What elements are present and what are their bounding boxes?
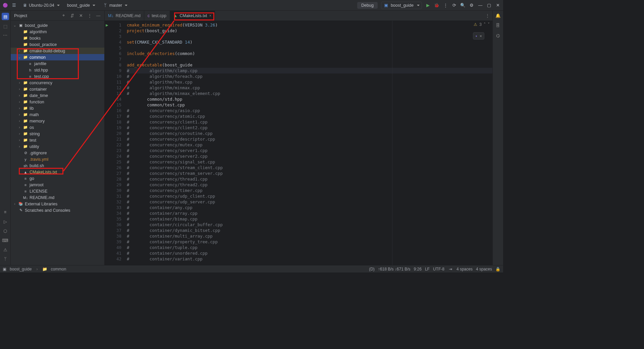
ai-float-box[interactable]: ✦ ✕ [473, 32, 484, 40]
indent-2[interactable]: 4 spaces [476, 267, 492, 271]
code-line-25[interactable]: # concurrency/signal_set.cpp [127, 159, 492, 165]
code-line-2[interactable]: project(boost_guide) [127, 28, 492, 34]
tab-cmakelists-txt[interactable]: ▲CMakeLists.txt× [170, 11, 215, 20]
run-gutter[interactable]: ▶ [105, 21, 109, 265]
code-line-37[interactable]: # container/dynamic_bitset.cpp [127, 228, 492, 233]
code-line-33[interactable]: # container/any.cpp [127, 205, 492, 210]
tab-close-icon[interactable]: × [209, 13, 211, 18]
tree-item-test-cpp[interactable]: ≡test.cpp [11, 73, 104, 80]
tree-item-external-libraries[interactable]: ›📚External Libraries [11, 201, 104, 207]
tree-item-memory[interactable]: ›📁memory [11, 118, 104, 124]
tree-item-lib[interactable]: ›📁lib [11, 105, 104, 111]
tree-arrow-icon[interactable]: › [17, 106, 21, 110]
code-line-10[interactable]: # algorithm/foreach.cpp [127, 73, 492, 79]
vcs-branch[interactable]: ᛘ master [101, 2, 129, 9]
code-line-19[interactable]: # concurrency/client2.cpp [127, 125, 492, 131]
lock-icon[interactable]: 🔒 [495, 267, 500, 271]
tree-arrow-icon[interactable]: › [13, 202, 17, 206]
database-icon[interactable]: 🗄 [495, 23, 501, 28]
tree-item-jamfile[interactable]: ≡jamfile [11, 60, 104, 67]
tree-item-std-hpp[interactable]: hstd.hpp [11, 67, 104, 73]
minimize-icon[interactable]: — [478, 3, 483, 8]
float-close-icon[interactable]: ✕ [480, 34, 482, 38]
caret-pos[interactable]: 9:26 [414, 267, 422, 271]
status-indent-icon[interactable]: ⇥ [448, 266, 453, 272]
code-line-7[interactable] [127, 56, 492, 62]
problems-icon[interactable]: ⚠ [3, 247, 8, 252]
code-line-1[interactable]: cmake_minimum_required(VERSION 3.26) [127, 22, 492, 28]
tree-item-concurrency[interactable]: ›📁concurrency [11, 80, 104, 86]
tree-arrow-icon[interactable]: › [17, 132, 21, 136]
tab-test-cpp[interactable]: ctest.cpp [144, 11, 170, 20]
code-line-14[interactable]: common/std.hpp [127, 96, 492, 102]
code-line-22[interactable]: # concurrency/mutex.cpp [127, 142, 492, 148]
tree-item-cmakelists-txt[interactable]: ▲CMakeLists.txt [11, 169, 104, 175]
code-line-29[interactable]: # concurrency/thread2.cpp [127, 182, 492, 188]
project-selector[interactable]: boost_guide [65, 2, 97, 8]
tree-item-function[interactable]: ›📁function [11, 99, 104, 105]
terminal-icon[interactable]: ⌨ [3, 238, 8, 243]
editor-body[interactable]: ▶ 12345678910111213141516171819202122232… [105, 21, 492, 265]
git-icon[interactable]: ᛘ [3, 256, 8, 262]
ai-icon[interactable]: ⌬ [495, 33, 501, 38]
tree-item-os[interactable]: ›📁os [11, 124, 104, 131]
tree-item-algorithm[interactable]: 📁algorithm [11, 29, 104, 35]
code-line-17[interactable]: # concurrency/atomic.cpp [127, 113, 492, 119]
tab-readme-md[interactable]: M↓README.md [105, 11, 144, 20]
inspect-up-icon[interactable]: ˄ [484, 22, 486, 27]
code-line-23[interactable]: # concurrency/server1.cpp [127, 148, 492, 153]
more-icon[interactable]: ⋮ [443, 3, 448, 8]
expand-icon[interactable]: ⇵ [69, 13, 75, 18]
tree-item-license[interactable]: ≡LICENSE [11, 188, 104, 194]
debug-button[interactable]: Debug [357, 2, 378, 9]
tree-item-scratches-and-consoles[interactable]: ✎Scratches and Consoles [11, 207, 104, 213]
tree-item-container[interactable]: ›📁container [11, 86, 104, 92]
panel-more-icon[interactable]: ⋮ [87, 13, 92, 18]
code-line-40[interactable]: # container/tuple.cpp [127, 245, 492, 250]
tree-arrow-icon[interactable]: › [17, 87, 21, 91]
breadcrumb-2[interactable]: common [51, 267, 66, 271]
debug-icon[interactable]: 🐞 [434, 3, 439, 8]
code-line-38[interactable]: # container/multi_array.cpp [127, 233, 492, 239]
code-line-41[interactable]: # container/unordered.cpp [127, 250, 492, 256]
more-tool-icon[interactable]: ⋯ [3, 32, 8, 38]
tree-item-common[interactable]: ⌄📁common [11, 54, 104, 60]
code-line-39[interactable]: # container/property_tree.cpp [127, 239, 492, 245]
updates-icon[interactable]: ⟳ [451, 3, 457, 8]
tree-arrow-icon[interactable]: › [17, 94, 21, 97]
tree-item--gitignore[interactable]: ⊘.gitignore [11, 150, 104, 156]
code-line-8[interactable]: add_executable(boost_guide [127, 62, 492, 68]
run-tool-icon[interactable]: ▷ [3, 219, 8, 224]
tree-item--travis-yml[interactable]: y.travis.yml [11, 156, 104, 162]
tree-item-string[interactable]: ›📁string [11, 131, 104, 137]
code-line-13[interactable]: # algorithm/minmax_element.cpp [127, 91, 492, 96]
code-line-21[interactable]: # concurrency/descriptor.cpp [127, 136, 492, 142]
line-sep[interactable]: LF [425, 267, 430, 271]
inspect-down-icon[interactable]: ˅ [488, 22, 490, 27]
select-opened-icon[interactable]: ⌖ [61, 13, 66, 18]
code-line-36[interactable]: # container/circular_buffer.cpp [127, 222, 492, 228]
project-tree[interactable]: ⌄▣boost_guide📁algorithm📁books📁boost_prac… [11, 21, 104, 265]
tree-arrow-icon[interactable]: › [17, 138, 21, 142]
notifications-icon[interactable]: 🔔 [495, 13, 501, 18]
code-line-35[interactable]: # container/bimap.cpp [127, 216, 492, 222]
indent-1[interactable]: 4 spaces [457, 267, 473, 271]
todo-icon[interactable]: ≡ [3, 209, 8, 215]
code-line-5[interactable] [127, 45, 492, 51]
tree-item-readme-md[interactable]: M↓README.md [11, 194, 104, 201]
tree-item-boost-practice[interactable]: 📁boost_practice [11, 41, 104, 48]
close-icon[interactable]: ✕ [495, 3, 500, 8]
tree-arrow-icon[interactable]: › [17, 145, 21, 148]
tree-item-build-sh[interactable]: shbuild.sh [11, 162, 104, 169]
hide-icon[interactable]: — [96, 13, 101, 18]
tree-item-cmake-build-debug[interactable]: ›📁cmake-build-debug [11, 48, 104, 54]
code-line-27[interactable]: # concurrency/stream_server.cpp [127, 170, 492, 176]
search-icon[interactable]: 🔍 [460, 3, 466, 8]
run-icon[interactable]: ▶ [425, 3, 431, 8]
code-line-11[interactable]: # algorithm/hex.cpp [127, 79, 492, 85]
code-line-26[interactable]: # concurrency/stream_client.cpp [127, 165, 492, 170]
tabs-more[interactable]: ⋮ [483, 11, 492, 20]
hamburger-icon[interactable]: ☰ [11, 3, 17, 8]
breadcrumb-1[interactable]: boost_guide [10, 267, 32, 271]
tree-item-utility[interactable]: ›📁utility [11, 143, 104, 150]
